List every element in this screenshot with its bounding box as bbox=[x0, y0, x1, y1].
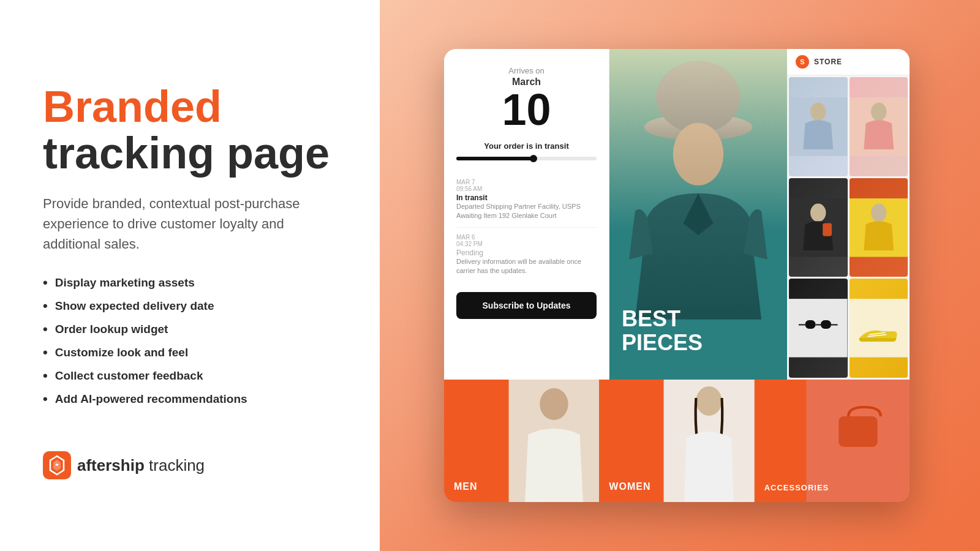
main-title: Branded tracking page bbox=[43, 84, 337, 176]
svg-rect-13 bbox=[789, 299, 848, 358]
banner-women-label: WOMEN bbox=[609, 481, 650, 492]
thumbnail-4 bbox=[850, 178, 908, 277]
feature-item-5: Collect customer feedback bbox=[43, 369, 337, 383]
svg-point-2 bbox=[656, 61, 740, 133]
brand-name: aftership tracking bbox=[77, 456, 205, 475]
svg-rect-27 bbox=[839, 416, 877, 447]
banner-accessories: ACCESSORIES bbox=[755, 380, 910, 502]
title-line2: tracking page bbox=[43, 130, 337, 177]
hero-panel: BEST PIECES bbox=[609, 49, 787, 380]
arrives-label: Arrives on bbox=[508, 66, 545, 75]
title-line1: Branded bbox=[43, 84, 337, 130]
arrives-day: 10 bbox=[502, 88, 551, 132]
store-label: STORE bbox=[814, 58, 842, 66]
svg-rect-10 bbox=[823, 223, 832, 236]
thumbnail-1 bbox=[789, 77, 848, 176]
store-icon: S bbox=[796, 55, 809, 69]
description-text: Provide branded, contextual post-purchas… bbox=[43, 193, 337, 254]
thumbnail-6 bbox=[850, 279, 908, 378]
svg-point-7 bbox=[871, 103, 886, 121]
subscribe-button[interactable]: Subscribe to Updates bbox=[456, 292, 597, 319]
event-title-1: In transit bbox=[456, 193, 597, 202]
event-date-1: MAR 709:56 AM bbox=[456, 179, 597, 192]
tracking-panel: Arrives on March 10 Your order is in tra… bbox=[444, 49, 609, 380]
feature-item-2: Show expected delivery date bbox=[43, 299, 337, 313]
svg-point-9 bbox=[810, 203, 826, 222]
feature-item-1: Display marketing assets bbox=[43, 276, 337, 290]
left-panel: Branded tracking page Provide branded, c… bbox=[0, 0, 380, 551]
progress-fill bbox=[456, 157, 533, 160]
feature-item-6: Add AI-powered recommendations bbox=[43, 392, 337, 406]
svg-point-24 bbox=[696, 386, 722, 416]
hero-image-bg: BEST PIECES bbox=[609, 49, 787, 380]
tracking-event-1: MAR 709:56 AM In transit Departed Shippi… bbox=[456, 173, 597, 228]
aftership-logo-icon bbox=[43, 451, 71, 479]
banner-accessories-label: ACCESSORIES bbox=[764, 483, 829, 492]
event-date-2: MAR 604:32 PM bbox=[456, 234, 597, 247]
thumbnail-5 bbox=[789, 279, 848, 378]
brand-footer: aftership tracking bbox=[43, 451, 337, 479]
hero-text: BEST PIECES bbox=[622, 307, 703, 355]
bottom-banners: MEN WOMEN bbox=[444, 380, 910, 502]
app-window: Arrives on March 10 Your order is in tra… bbox=[444, 49, 910, 502]
tracking-event-2: MAR 604:32 PM Pending Delivery informati… bbox=[456, 228, 597, 282]
right-panel: Arrives on March 10 Your order is in tra… bbox=[380, 0, 980, 551]
banner-women: WOMEN bbox=[599, 380, 754, 502]
feature-item-4: Customize look and feel bbox=[43, 346, 337, 359]
svg-point-12 bbox=[871, 203, 886, 222]
banner-men: MEN bbox=[444, 380, 599, 502]
features-list: Display marketing assets Show expected d… bbox=[43, 276, 337, 416]
event-title-2: Pending bbox=[456, 249, 597, 257]
thumbnails-panel: S STORE bbox=[787, 49, 910, 380]
feature-item-3: Order lookup widget bbox=[43, 323, 337, 336]
order-status: Your order is in transit bbox=[484, 141, 568, 151]
svg-rect-15 bbox=[821, 320, 831, 329]
banner-men-label: MEN bbox=[454, 481, 478, 492]
svg-point-5 bbox=[810, 103, 826, 121]
progress-bar bbox=[456, 157, 597, 160]
svg-rect-16 bbox=[850, 299, 908, 358]
thumbnail-grid bbox=[787, 75, 910, 380]
event-desc-2: Delivery information will be available o… bbox=[456, 257, 597, 276]
thumbnail-2 bbox=[850, 77, 908, 176]
thumbnail-3 bbox=[789, 178, 848, 277]
svg-point-21 bbox=[540, 388, 568, 420]
event-desc-1: Departed Shipping Partner Facility, USPS… bbox=[456, 202, 597, 221]
store-header: S STORE bbox=[787, 49, 910, 75]
svg-rect-14 bbox=[805, 320, 816, 329]
progress-dot bbox=[530, 155, 537, 162]
svg-point-3 bbox=[673, 123, 723, 186]
